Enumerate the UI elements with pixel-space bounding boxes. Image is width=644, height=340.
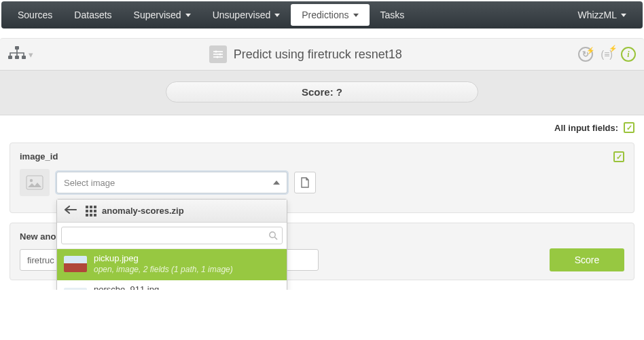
svg-point-9 [216,56,218,58]
svg-rect-12 [86,206,88,208]
chevron-down-icon: ▾ [29,50,33,60]
refresh-action-icon[interactable]: ↻⚡ [578,47,593,62]
nav-whizzml[interactable]: WhizzML [567,4,637,26]
dropdown-item[interactable]: pickup.jpeg open, image, 2 fields (1 pat… [57,249,287,280]
svg-rect-2 [15,56,19,59]
sliders-icon [209,45,227,63]
svg-rect-0 [15,46,19,50]
svg-rect-3 [22,56,26,59]
lightning-icon: ⚡ [586,47,594,54]
svg-rect-19 [90,214,92,216]
svg-rect-20 [94,214,96,216]
caret-down-icon [185,14,191,17]
image-select-placeholder: Select image [64,178,115,188]
top-navbar: Sources Datasets Supervised Unsupervised… [1,1,643,29]
dropdown-source-name: anomaly-scores.zip [102,206,184,216]
svg-rect-14 [94,206,96,208]
dropdown-item-name: pickup.jpeg [94,253,233,265]
title-bar: ▾ Predict using firetruck resnet18 ↻⚡ (≡… [0,38,644,71]
svg-rect-15 [86,210,88,212]
dropdown-item-thumb [64,256,87,272]
dropdown-search [57,223,287,249]
nav-supervised[interactable]: Supervised [123,4,202,26]
network-icon[interactable] [8,46,27,62]
score-value: Score: ? [166,81,478,102]
lightning-icon: ⚡ [609,45,617,52]
svg-point-8 [219,53,221,55]
caret-down-icon [621,14,626,17]
upload-file-button[interactable] [294,172,316,193]
check-icon[interactable]: ✓ [624,122,634,133]
triangle-up-icon [273,181,280,185]
dropdown-search-input[interactable] [66,228,268,243]
svg-point-11 [30,179,33,182]
dropdown-item-thumb [64,288,87,290]
dropdown-back-button[interactable] [64,205,77,216]
svg-rect-1 [8,56,12,59]
image-select[interactable]: Select image [56,172,287,193]
dropdown-item[interactable]: porsche_911.jpg open, image, 2 fields (1… [57,280,287,290]
svg-rect-13 [90,206,92,208]
dropdown-header: anomaly-scores.zip [57,200,287,223]
svg-line-22 [274,237,277,240]
dropdown-item-meta: open, image, 2 fields (1 path, 1 image) [94,265,233,276]
nav-unsupervised[interactable]: Unsupervised [202,4,291,26]
svg-rect-16 [90,210,92,212]
nav-tasks[interactable]: Tasks [370,4,416,26]
svg-rect-18 [86,214,88,216]
source-grid-icon [86,206,96,216]
search-icon [268,231,278,240]
image-placeholder-icon [20,169,50,196]
page-title: Predict using firetruck resnet18 [234,48,402,62]
field-label: image_id [20,151,58,162]
svg-point-21 [270,232,275,238]
nav-predictions[interactable]: Predictions [291,4,369,26]
script-action-icon[interactable]: (≡)⚡ [601,49,613,60]
dropdown-item-name: porsche_911.jpg [94,284,233,290]
score-button[interactable]: Score [550,248,624,271]
image-field-card: image_id ✓ Select image anomaly- [10,143,634,213]
dropdown-list: pickup.jpeg open, image, 2 fields (1 pat… [57,249,287,290]
image-select-dropdown: anomaly-scores.zip pickup.jpeg open, ima… [56,199,287,290]
nav-datasets[interactable]: Datasets [63,4,122,26]
all-input-fields-label: All input fields: [554,123,618,133]
all-input-fields-row: All input fields: ✓ [0,115,644,138]
score-banner: Score: ? [0,71,644,115]
info-icon[interactable]: i [621,47,636,62]
field-check-icon[interactable]: ✓ [613,151,624,162]
svg-point-7 [215,50,217,52]
caret-down-icon [353,14,359,17]
caret-down-icon [274,14,280,17]
nav-sources[interactable]: Sources [7,4,63,26]
svg-rect-17 [94,210,96,212]
